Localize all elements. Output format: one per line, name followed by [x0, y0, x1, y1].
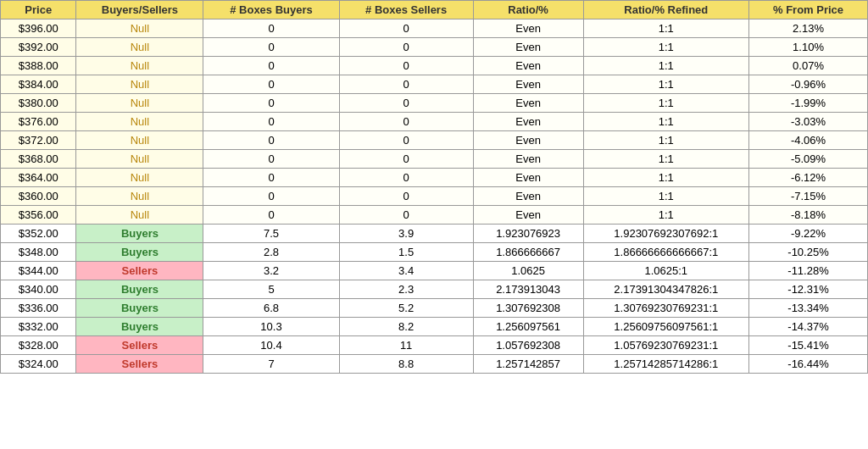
cell-9-4: Even — [473, 187, 583, 206]
cell-11-0: $352.00 — [1, 224, 76, 243]
cell-10-6: -8.18% — [749, 206, 868, 224]
cell-0-0: $396.00 — [1, 19, 76, 38]
cell-4-5: 1:1 — [583, 94, 749, 113]
cell-7-3: 0 — [339, 150, 473, 169]
cell-8-5: 1:1 — [583, 169, 749, 187]
cell-15-6: -13.34% — [749, 299, 868, 318]
cell-12-3: 1.5 — [339, 243, 473, 262]
cell-3-1: Null — [76, 75, 203, 94]
cell-13-6: -11.28% — [749, 262, 868, 280]
cell-0-4: Even — [473, 19, 583, 38]
cell-1-3: 0 — [339, 38, 473, 57]
cell-1-0: $392.00 — [1, 38, 76, 57]
column-header---boxes-sellers: # Boxes Sellers — [339, 1, 473, 19]
cell-3-6: -0.96% — [749, 75, 868, 94]
cell-1-6: 1.10% — [749, 38, 868, 57]
table-row: $328.00Sellers10.4111.0576923081.0576923… — [1, 336, 868, 355]
cell-16-0: $332.00 — [1, 318, 76, 336]
table-row: $376.00Null00Even1:1-3.03% — [1, 113, 868, 131]
cell-2-1: Null — [76, 57, 203, 75]
cell-3-2: 0 — [203, 75, 339, 94]
cell-2-4: Even — [473, 57, 583, 75]
cell-11-1: Buyers — [76, 224, 203, 243]
cell-3-5: 1:1 — [583, 75, 749, 94]
column-header-price: Price — [1, 1, 76, 19]
cell-12-0: $348.00 — [1, 243, 76, 262]
price-table: PriceBuyers/Sellers# Boxes Buyers# Boxes… — [0, 0, 868, 374]
table-row: $348.00Buyers2.81.51.8666666671.86666666… — [1, 243, 868, 262]
cell-10-5: 1:1 — [583, 206, 749, 224]
cell-13-1: Sellers — [76, 262, 203, 280]
cell-5-2: 0 — [203, 113, 339, 131]
cell-13-0: $344.00 — [1, 262, 76, 280]
cell-6-0: $372.00 — [1, 131, 76, 150]
cell-14-3: 2.3 — [339, 280, 473, 299]
cell-16-6: -14.37% — [749, 318, 868, 336]
table-row: $324.00Sellers78.81.2571428571.257142857… — [1, 355, 868, 374]
cell-5-6: -3.03% — [749, 113, 868, 131]
table-row: $396.00Null00Even1:12.13% — [1, 19, 868, 38]
cell-7-4: Even — [473, 150, 583, 169]
cell-6-3: 0 — [339, 131, 473, 150]
cell-14-5: 2.17391304347826:1 — [583, 280, 749, 299]
table-row: $360.00Null00Even1:1-7.15% — [1, 187, 868, 206]
cell-17-2: 10.4 — [203, 336, 339, 355]
cell-9-2: 0 — [203, 187, 339, 206]
cell-3-0: $384.00 — [1, 75, 76, 94]
table-row: $364.00Null00Even1:1-6.12% — [1, 169, 868, 187]
cell-18-6: -16.44% — [749, 355, 868, 374]
cell-18-0: $324.00 — [1, 355, 76, 374]
cell-2-3: 0 — [339, 57, 473, 75]
cell-18-3: 8.8 — [339, 355, 473, 374]
table-row: $352.00Buyers7.53.91.9230769231.92307692… — [1, 224, 868, 243]
table-row: $368.00Null00Even1:1-5.09% — [1, 150, 868, 169]
cell-0-6: 2.13% — [749, 19, 868, 38]
cell-5-5: 1:1 — [583, 113, 749, 131]
cell-7-0: $368.00 — [1, 150, 76, 169]
cell-14-4: 2.173913043 — [473, 280, 583, 299]
table-row: $384.00Null00Even1:1-0.96% — [1, 75, 868, 94]
cell-16-2: 10.3 — [203, 318, 339, 336]
cell-2-0: $388.00 — [1, 57, 76, 75]
cell-4-1: Null — [76, 94, 203, 113]
cell-13-4: 1.0625 — [473, 262, 583, 280]
cell-13-5: 1.0625:1 — [583, 262, 749, 280]
cell-8-2: 0 — [203, 169, 339, 187]
cell-4-6: -1.99% — [749, 94, 868, 113]
cell-7-1: Null — [76, 150, 203, 169]
cell-13-2: 3.2 — [203, 262, 339, 280]
cell-0-3: 0 — [339, 19, 473, 38]
cell-10-4: Even — [473, 206, 583, 224]
cell-8-1: Null — [76, 169, 203, 187]
cell-9-5: 1:1 — [583, 187, 749, 206]
cell-14-6: -12.31% — [749, 280, 868, 299]
cell-12-1: Buyers — [76, 243, 203, 262]
cell-7-2: 0 — [203, 150, 339, 169]
cell-10-3: 0 — [339, 206, 473, 224]
cell-12-6: -10.25% — [749, 243, 868, 262]
cell-3-3: 0 — [339, 75, 473, 94]
cell-18-1: Sellers — [76, 355, 203, 374]
cell-12-2: 2.8 — [203, 243, 339, 262]
cell-15-5: 1.30769230769231:1 — [583, 299, 749, 318]
cell-17-0: $328.00 — [1, 336, 76, 355]
cell-16-1: Buyers — [76, 318, 203, 336]
cell-0-1: Null — [76, 19, 203, 38]
cell-8-3: 0 — [339, 169, 473, 187]
cell-16-5: 1.25609756097561:1 — [583, 318, 749, 336]
cell-1-1: Null — [76, 38, 203, 57]
table-row: $388.00Null00Even1:10.07% — [1, 57, 868, 75]
cell-18-5: 1.25714285714286:1 — [583, 355, 749, 374]
cell-2-5: 1:1 — [583, 57, 749, 75]
table-row: $380.00Null00Even1:1-1.99% — [1, 94, 868, 113]
cell-4-3: 0 — [339, 94, 473, 113]
cell-1-4: Even — [473, 38, 583, 57]
cell-11-6: -9.22% — [749, 224, 868, 243]
cell-15-2: 6.8 — [203, 299, 339, 318]
cell-11-5: 1.92307692307692:1 — [583, 224, 749, 243]
table-row: $332.00Buyers10.38.21.2560975611.2560975… — [1, 318, 868, 336]
cell-3-4: Even — [473, 75, 583, 94]
cell-10-0: $356.00 — [1, 206, 76, 224]
cell-5-1: Null — [76, 113, 203, 131]
cell-15-0: $336.00 — [1, 299, 76, 318]
